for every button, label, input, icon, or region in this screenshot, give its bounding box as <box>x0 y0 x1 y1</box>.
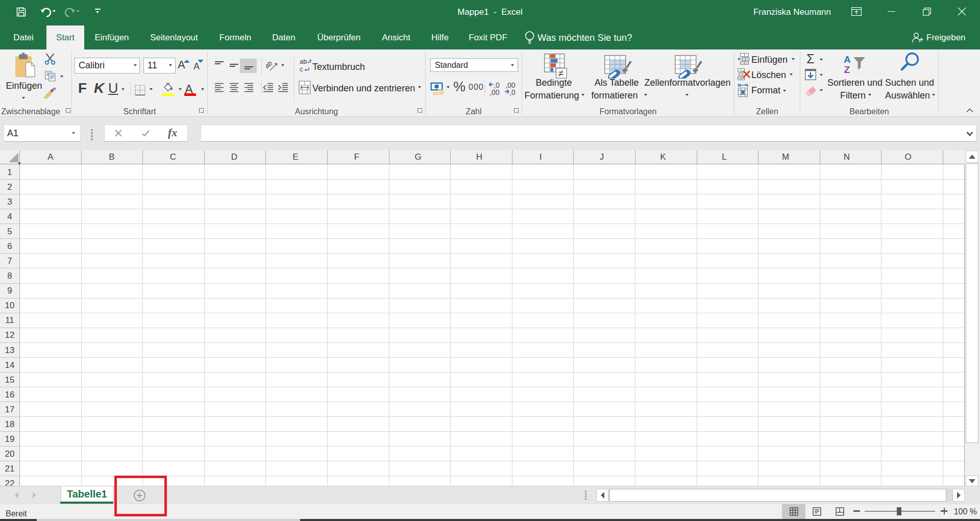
svg-text:Z: Z <box>844 64 850 74</box>
svg-text:≠: ≠ <box>558 68 564 79</box>
svg-text:ab: ab <box>300 58 307 65</box>
svg-text:,0: ,0 <box>509 88 516 96</box>
svg-text:c: c <box>300 65 303 73</box>
svg-text:A: A <box>844 54 851 65</box>
svg-text:,00: ,00 <box>489 88 500 96</box>
